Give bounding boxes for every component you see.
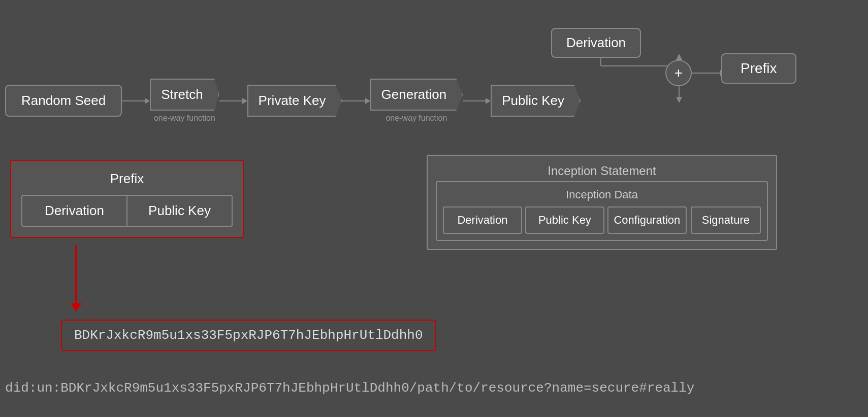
arrow-stretch-privkey [219, 98, 247, 104]
prefix-inner-row: Derivation Public Key [21, 195, 233, 227]
generation-sublabel: one-way function [385, 114, 447, 123]
private-key-node: Private Key [247, 85, 342, 117]
inception-configuration-cell: Configuration [607, 206, 687, 234]
random-seed-label: Random Seed [21, 93, 106, 109]
inception-statement-title: Inception Statement [436, 164, 768, 178]
inception-signature-cell: Signature [691, 206, 761, 234]
prefix-public-key-cell: Public Key [127, 196, 232, 226]
generation-label: Generation [381, 87, 447, 102]
inception-public-key-cell: Public Key [525, 206, 604, 234]
prefix-top-right-label: Prefix [741, 60, 777, 76]
prefix-top-right-node: Prefix [721, 53, 796, 84]
generation-node: Generation [370, 79, 463, 111]
stretch-node: Stretch [150, 79, 219, 111]
prefix-derivation-cell: Derivation [22, 196, 127, 226]
random-seed-node: Random Seed [5, 85, 122, 117]
stretch-sublabel: one-way function [154, 114, 215, 123]
did-string-value: BDKrJxkcR9m5u1xs33F5pxRJP6T7hJEbhpHrUtlD… [74, 328, 423, 343]
plus-circle: + [665, 60, 692, 86]
inception-data-box: Inception Data Derivation Public Key Con… [436, 181, 768, 241]
did-uri-bottom: did:un:BDKrJxkcR9m5u1xs33F5pxRJP6T7hJEbh… [5, 380, 694, 396]
inception-data-title: Inception Data [443, 188, 761, 201]
red-arrow-vertical [75, 245, 77, 311]
arrow-gen-pubkey [463, 98, 491, 104]
prefix-box-title: Prefix [21, 171, 233, 187]
arrow-seed-stretch [122, 98, 150, 104]
plus-label: + [674, 65, 683, 81]
public-key-node: Public Key [491, 85, 581, 117]
inception-derivation-cell: Derivation [443, 206, 522, 234]
stretch-label: Stretch [161, 87, 203, 102]
svg-marker-5 [676, 97, 682, 103]
arrow-privkey-gen [342, 98, 370, 104]
did-uri-value: did:un:BDKrJxkcR9m5u1xs33F5pxRJP6T7hJEbh… [5, 380, 694, 396]
inception-cells: Derivation Public Key Configuration [443, 206, 687, 234]
private-key-label: Private Key [259, 93, 326, 109]
prefix-box: Prefix Derivation Public Key [10, 160, 244, 238]
inception-cells-row: Derivation Public Key Configuration Sign… [443, 206, 761, 234]
public-key-label: Public Key [502, 93, 564, 109]
did-string-box: BDKrJxkcR9m5u1xs33F5pxRJP6T7hJEbhpHrUtlD… [61, 320, 436, 351]
derivation-top-node: Derivation [551, 28, 641, 58]
svg-marker-3 [676, 54, 682, 60]
inception-statement: Inception Statement Inception Data Deriv… [427, 155, 777, 250]
derivation-top-label: Derivation [566, 35, 626, 50]
top-flow: Random Seed Stretch one-way function Pri… [5, 79, 581, 123]
